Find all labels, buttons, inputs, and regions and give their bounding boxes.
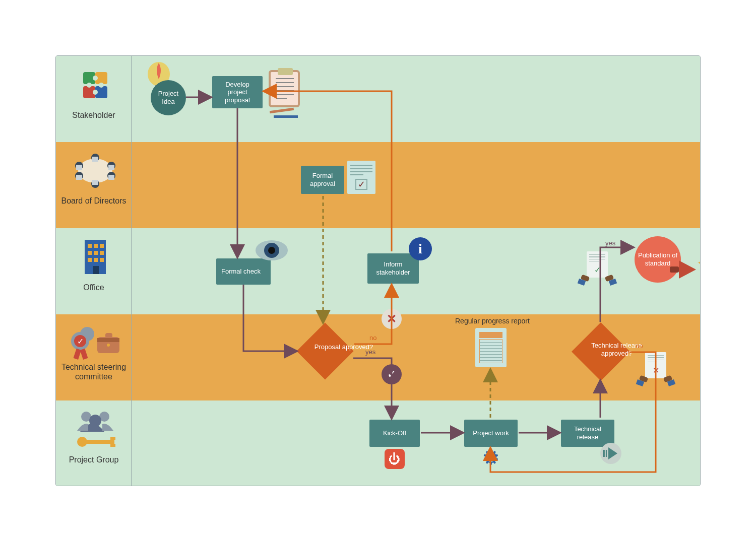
tsc-icon: ✓ [65, 320, 125, 366]
svg-rect-26 [100, 258, 104, 262]
svg-rect-18 [88, 244, 92, 248]
svg-rect-33 [80, 349, 88, 360]
decision-proposal-approved-label: Proposal approved? [313, 343, 374, 351]
lane-label-board: Board of Directors [56, 196, 132, 206]
lane-label-project-group: Project Group [56, 455, 132, 464]
node-formal-check: Formal check [216, 258, 271, 285]
board-icon [70, 148, 120, 193]
report-icon [475, 328, 507, 367]
approval-doc-icon: ✓ [347, 161, 375, 194]
node-kick-off: Kick-Off [369, 420, 420, 447]
svg-rect-42 [85, 440, 114, 444]
node-kick-off-label: Kick-Off [383, 429, 406, 437]
check-icon: ✓ [382, 364, 402, 384]
office-icon [70, 234, 120, 280]
svg-point-0 [93, 76, 98, 81]
edge-label-yes-1: yes [365, 348, 375, 356]
lane-label-office: Office [56, 283, 132, 292]
cross-icon: ✕ [382, 309, 402, 329]
node-project-work-label: Project work [473, 429, 509, 437]
svg-rect-25 [94, 258, 98, 262]
forward-arrow-icon [600, 443, 621, 464]
node-formal-approval: Formal approval [301, 166, 344, 194]
hands-accept-icon: ✓ [582, 251, 612, 287]
clipboard-icon [269, 70, 300, 107]
hands-reject-icon: ✕ [641, 352, 671, 387]
node-formal-approval-label: Formal approval [304, 172, 341, 187]
swimlane-frame: Stakeholder Board of Directors [55, 55, 701, 486]
info-icon: i [409, 237, 432, 260]
svg-rect-16 [108, 175, 114, 180]
node-develop-proposal: Develop project proposal [212, 76, 263, 108]
eye-icon [256, 240, 288, 260]
edge-label-yes-2: yes [605, 239, 615, 247]
power-icon: ⏻ [385, 449, 405, 469]
node-inform-stakeholder-label: Inform stakeholder [370, 260, 416, 276]
svg-rect-14 [76, 175, 82, 180]
lane-label-tsc: Technical steering committee [56, 362, 132, 381]
svg-rect-8 [92, 180, 98, 185]
label-regular-report: Regular progress report [455, 317, 530, 325]
node-formal-check-label: Formal check [221, 268, 261, 276]
node-project-idea: Project Idea [151, 80, 186, 115]
node-technical-release-label: Technical release [564, 425, 611, 441]
svg-rect-20 [100, 244, 104, 248]
lane-board [56, 142, 700, 228]
diagram-canvas: Stakeholder Board of Directors [0, 0, 756, 535]
svg-point-37 [107, 344, 110, 347]
svg-point-1 [93, 90, 98, 95]
svg-rect-44 [110, 444, 115, 447]
svg-rect-6 [92, 157, 98, 162]
svg-rect-35 [97, 338, 119, 342]
edge-label-no-1: no [369, 334, 376, 342]
node-project-work: Project work [464, 420, 518, 447]
svg-point-3 [99, 83, 104, 88]
svg-point-2 [87, 83, 92, 88]
svg-rect-22 [94, 251, 98, 255]
svg-rect-24 [88, 258, 92, 262]
svg-rect-27 [93, 266, 99, 274]
svg-rect-36 [105, 333, 112, 338]
svg-rect-23 [100, 251, 104, 255]
svg-rect-12 [108, 165, 114, 170]
svg-text:✓: ✓ [77, 337, 84, 346]
svg-point-4 [78, 159, 112, 183]
node-develop-proposal-label: Develop project proposal [215, 81, 260, 104]
lane-label-stakeholder: Stakeholder [56, 110, 132, 120]
stakeholder-icon [70, 62, 120, 107]
gear-icon: ⚙ [480, 447, 501, 468]
svg-rect-43 [110, 437, 115, 440]
edge-label-no-2: no [636, 342, 643, 350]
megaphone-icon: ✦ [674, 259, 699, 280]
svg-rect-10 [76, 165, 82, 170]
svg-rect-21 [88, 251, 92, 255]
svg-rect-19 [94, 244, 98, 248]
node-project-idea-label: Project Idea [154, 90, 183, 105]
project-group-icon [70, 407, 120, 452]
